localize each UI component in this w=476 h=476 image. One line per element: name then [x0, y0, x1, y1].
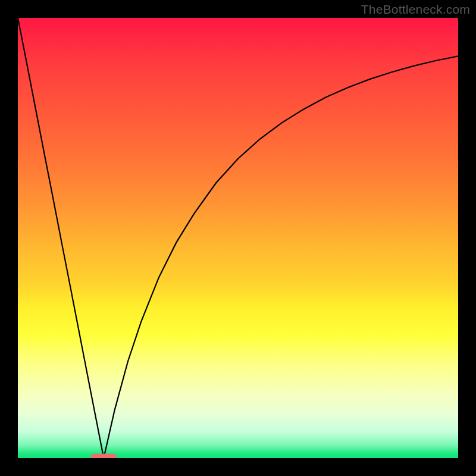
min-point-marker — [90, 454, 117, 459]
curve-right-arm — [104, 56, 458, 458]
attribution-text: TheBottleneck.com — [361, 2, 470, 17]
chart-curve-layer — [18, 18, 458, 458]
chart-frame: TheBottleneck.com — [0, 0, 476, 476]
curve-left-arm — [18, 18, 104, 458]
